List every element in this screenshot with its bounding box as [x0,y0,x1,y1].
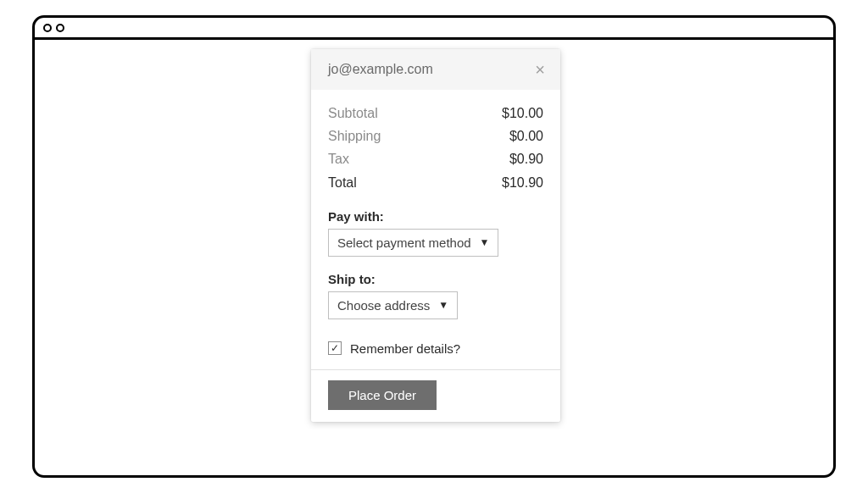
checkout-dialog: jo@example.com × Subtotal $10.00 Shippin… [311,49,560,422]
remember-details-row: ✓ Remember details? [328,341,543,356]
subtotal-row: Subtotal $10.00 [328,102,543,125]
window-control-dot [56,24,64,32]
remember-details-checkbox[interactable]: ✓ [328,341,342,355]
shipping-value: $0.00 [509,125,543,147]
shipping-label: Shipping [328,125,381,147]
user-email: jo@example.com [328,62,433,77]
window-control-dot [43,24,52,32]
shipping-row: Shipping $0.00 [328,125,543,147]
payment-method-select[interactable]: Select payment method ▼ [328,229,498,257]
dialog-footer: Place Order [311,369,560,422]
payment-method-placeholder: Select payment method [337,235,471,250]
total-row: Total $10.90 [328,171,543,194]
ship-to-label: Ship to: [328,272,543,286]
dialog-body: Subtotal $10.00 Shipping $0.00 Tax $0.90… [311,90,560,369]
total-label: Total [328,171,357,194]
subtotal-label: Subtotal [328,102,378,125]
browser-titlebar [35,18,833,40]
tax-row: Tax $0.90 [328,147,543,170]
tax-value: $0.90 [509,147,543,170]
chevron-down-icon: ▼ [438,299,448,311]
tax-label: Tax [328,147,349,170]
shipping-address-select[interactable]: Choose address ▼ [328,291,458,319]
total-value: $10.90 [502,171,543,194]
chevron-down-icon: ▼ [480,236,490,248]
remember-details-label: Remember details? [350,341,460,356]
dialog-header: jo@example.com × [311,49,560,90]
pay-with-label: Pay with: [328,209,543,224]
subtotal-value: $10.00 [502,102,543,125]
place-order-button[interactable]: Place Order [328,380,437,410]
shipping-address-placeholder: Choose address [337,298,430,313]
close-icon[interactable]: × [531,59,548,80]
browser-window: jo@example.com × Subtotal $10.00 Shippin… [32,15,836,478]
